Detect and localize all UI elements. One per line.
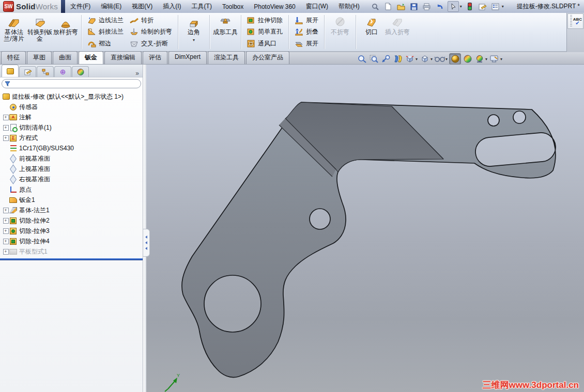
forming-tool-button[interactable]: 成形工具 (212, 13, 238, 51)
hide-show-items-caret[interactable]: ▾ (445, 57, 448, 61)
unfold-button[interactable]: 展开 (291, 14, 321, 26)
save-icon[interactable] (409, 2, 419, 11)
expander-plus[interactable]: + (3, 115, 9, 120)
expander-plus[interactable]: + (3, 249, 9, 255)
apply-scene-icon[interactable] (474, 54, 485, 64)
display-style-icon[interactable] (419, 54, 430, 64)
base-flange-button[interactable]: 基体法兰/薄片 (1, 13, 27, 51)
rip-button[interactable]: 切口 (359, 13, 385, 51)
view-settings-icon[interactable] (489, 54, 500, 64)
tab-display-manager[interactable] (72, 66, 89, 77)
menu-file[interactable]: 文件(F) (65, 0, 96, 13)
tree-filter-box[interactable] (2, 79, 141, 88)
tree-item-annotations[interactable]: + A 注解 (0, 112, 143, 122)
lofted-bend-button[interactable]: 放样折弯 (53, 13, 79, 51)
expander-plus[interactable]: + (3, 228, 9, 234)
tree-item-equations[interactable]: + Σ 方程式 (0, 133, 143, 143)
flatten-button[interactable]: 展开 (291, 38, 321, 50)
expander-plus[interactable]: + (3, 239, 9, 244)
zoom-selection-icon[interactable] (380, 54, 391, 64)
select-cursor-icon[interactable] (448, 1, 459, 12)
expander-plus[interactable]: + (3, 208, 9, 213)
panel-collapse-handle[interactable] (143, 229, 150, 257)
tree-root[interactable]: 提拉板-修改 (默认<<默认>_显示状态 1>) (0, 91, 143, 102)
tab-sketch[interactable]: 草图 (27, 51, 52, 64)
expander-plus[interactable]: + (3, 125, 9, 131)
panel-overflow-chevron[interactable]: » (135, 70, 139, 77)
menu-edit[interactable]: 编辑(E) (96, 0, 127, 13)
graphics-viewport[interactable]: Y 三维网www.3dportal.cn (146, 65, 584, 392)
rebuild-traffic-light-icon[interactable] (465, 2, 475, 11)
menu-tools[interactable]: 工具(T) (187, 0, 217, 13)
tab-feature-manager[interactable] (2, 65, 19, 77)
tree-item-sheet-metal1[interactable]: 钣金1 (0, 195, 143, 205)
tree-item-cut-list[interactable]: + 切割清单(1) (0, 122, 143, 133)
tab-features[interactable]: 特征 (1, 51, 26, 64)
tab-surfaces[interactable]: 曲面 (53, 51, 78, 64)
extruded-cut-button[interactable]: 拉伸切除 (244, 14, 286, 26)
menu-window[interactable]: 窗口(W) (301, 0, 333, 13)
options-dropdown-caret[interactable]: ▾ (502, 4, 504, 9)
edge-flange-button[interactable]: 边线法兰 (84, 14, 127, 26)
convert-to-sheetmetal-button[interactable]: 转换到钣金 (27, 13, 53, 51)
edit-appearance-icon[interactable] (462, 54, 473, 64)
tree-item-base-flange1[interactable]: + 基体-法兰1 (0, 205, 143, 215)
menu-insert[interactable]: 插入(I) (158, 0, 186, 13)
view-orientation-caret[interactable]: ▾ (416, 57, 418, 61)
open-icon[interactable] (396, 2, 406, 11)
fold-button[interactable]: 折叠 (291, 26, 321, 38)
miter-flange-button[interactable]: 斜接法兰 (84, 26, 127, 38)
file-properties-icon[interactable] (478, 2, 488, 11)
menu-photoview[interactable]: PhotoView 360 (249, 0, 301, 13)
tab-render-tools[interactable]: 渲染工具 (208, 51, 245, 64)
print-icon[interactable] (422, 2, 432, 11)
menu-help[interactable]: 帮助(H) (333, 0, 365, 13)
hide-show-items-icon[interactable] (434, 54, 445, 64)
options-icon[interactable] (490, 2, 501, 11)
zoom-area-icon[interactable] (368, 54, 379, 64)
select-dropdown-caret[interactable]: ▾ (460, 4, 462, 9)
corner-button[interactable]: 边角 ▾ (181, 13, 207, 51)
view-orientation-icon[interactable] (404, 54, 415, 64)
simple-hole-button[interactable]: 简单直孔 (244, 26, 286, 38)
rollback-bar[interactable] (0, 258, 143, 260)
tree-item-flat-pattern1[interactable]: + 平板型式1 (0, 246, 143, 257)
tab-office-products[interactable]: 办公室产品 (246, 51, 289, 64)
tree-item-right-plane[interactable]: 右视基准面 (0, 174, 143, 184)
cross-break-button[interactable]: 交叉-折断 (127, 38, 175, 50)
tree-item-sensors[interactable]: 传感器 (0, 102, 143, 112)
tab-sheet-metal[interactable]: 钣金 (79, 51, 103, 64)
tree-item-material[interactable]: 1Cr17(GB)/SUS430 (0, 143, 143, 153)
tab-dimxpert-manager[interactable]: ⊕ (54, 66, 71, 77)
tab-property-manager[interactable] (19, 66, 36, 77)
view-settings-caret[interactable]: ▾ (500, 57, 502, 61)
tree-filter-input[interactable] (12, 81, 138, 87)
menu-view[interactable]: 视图(V) (127, 0, 158, 13)
expander-plus[interactable]: + (3, 218, 9, 224)
apply-scene-caret[interactable]: ▾ (485, 57, 487, 61)
toolbar-grip[interactable] (570, 15, 572, 27)
tree-item-origin[interactable]: 原点 (0, 184, 143, 195)
tree-item-cut-extrude3[interactable]: + 切除-拉伸3 (0, 226, 143, 236)
tree-item-cut-extrude4[interactable]: + 切除-拉伸4 (0, 236, 143, 246)
sketched-bend-button[interactable]: 绘制的折弯 (127, 26, 175, 38)
tab-configuration-manager[interactable] (37, 66, 54, 77)
section-view-icon[interactable] (392, 54, 403, 64)
tab-evaluate[interactable]: 评估 (143, 51, 167, 64)
menu-toolbox[interactable]: Toolbox (217, 0, 249, 13)
vent-button[interactable]: 通风口 (244, 38, 286, 50)
hem-button[interactable]: 褶边 (84, 38, 127, 50)
spell-check-icon[interactable]: ABC✔ (573, 18, 582, 25)
zoom-fit-icon[interactable] (357, 54, 367, 64)
display-style-caret[interactable]: ▾ (431, 57, 433, 61)
jog-button[interactable]: 转折 (127, 14, 175, 26)
tree-item-front-plane[interactable]: 前视基准面 (0, 153, 143, 164)
search-icon[interactable] (370, 2, 380, 11)
tab-direct-editing[interactable]: 直接编辑 (104, 51, 142, 64)
tree-item-top-plane[interactable]: 上视基准面 (0, 164, 143, 174)
undo-icon[interactable] (435, 2, 445, 11)
appearance-icon[interactable] (449, 53, 461, 65)
tab-dimxpert[interactable]: DimXpert (168, 51, 207, 64)
new-document-icon[interactable] (383, 2, 393, 11)
corner-dropdown-caret[interactable]: ▾ (193, 37, 195, 43)
